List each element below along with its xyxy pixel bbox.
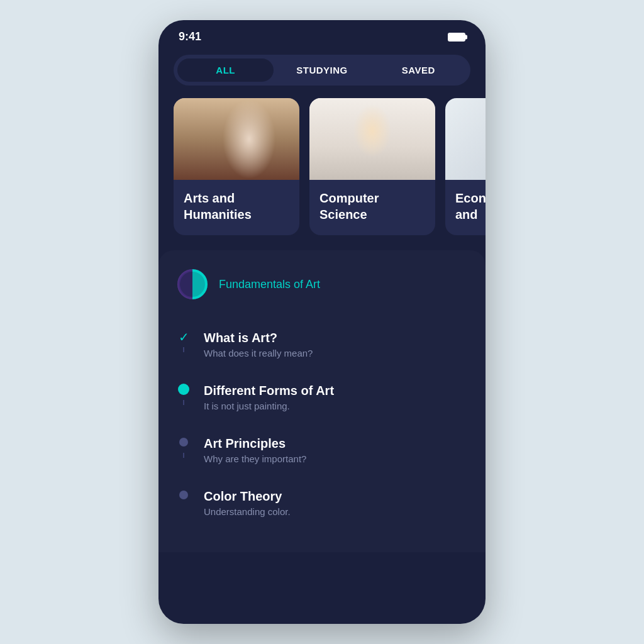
lesson-content-2: Different Forms of Art It is not just pa…: [204, 384, 468, 416]
course-title: Fundamentals of Art: [219, 278, 320, 291]
lesson-indicator-4: [176, 489, 191, 501]
lesson-dot-1: ✓: [178, 331, 189, 342]
lesson-indicator-2: [176, 384, 191, 395]
lesson-title-3: Art Principles: [204, 436, 468, 451]
course-header: Fundamentals of Art: [176, 268, 468, 301]
category-image-eco: [445, 98, 486, 180]
lesson-dot-3: [179, 438, 188, 447]
lesson-item-1[interactable]: ✓ What is Art? What does it really mean?: [176, 321, 468, 374]
lesson-indicator-1: ✓: [176, 331, 191, 342]
categories-row: Arts and Humanities Computer Science Eco…: [158, 98, 486, 250]
category-label-eco: Econ and: [445, 180, 486, 235]
category-card-arts[interactable]: Arts and Humanities: [174, 98, 299, 235]
tab-saved[interactable]: SAVED: [370, 58, 467, 82]
lesson-content-4: Color Theory Understanding color.: [204, 489, 468, 522]
lesson-list: ✓ What is Art? What does it really mean?…: [176, 321, 468, 532]
status-bar: 9:41: [158, 20, 486, 50]
lesson-dot-2: [178, 384, 189, 395]
tab-all[interactable]: ALL: [177, 58, 274, 82]
lesson-subtitle-1: What does it really mean?: [204, 348, 468, 358]
category-card-cs[interactable]: Computer Science: [309, 98, 435, 235]
lesson-item-2[interactable]: Different Forms of Art It is not just pa…: [176, 374, 468, 426]
category-image-arts: [174, 98, 299, 180]
lesson-title-1: What is Art?: [204, 331, 468, 345]
category-label-cs: Computer Science: [309, 180, 435, 235]
lesson-subtitle-2: It is not just painting.: [204, 401, 468, 411]
status-time: 9:41: [179, 30, 201, 43]
tab-navigation: ALL STUDYING SAVED: [174, 55, 470, 86]
lesson-subtitle-3: Why are they important?: [204, 453, 468, 464]
tab-studying[interactable]: STUDYING: [274, 58, 370, 82]
lesson-item-3[interactable]: Art Principles Why are they important?: [176, 426, 468, 479]
category-label-arts: Arts and Humanities: [174, 180, 299, 235]
lesson-dot-4: [179, 491, 188, 499]
lesson-subtitle-4: Understanding color.: [204, 506, 468, 517]
lesson-title-4: Color Theory: [204, 489, 468, 504]
lesson-indicator-3: [176, 436, 191, 448]
progress-circle: [176, 268, 209, 301]
lesson-title-2: Different Forms of Art: [204, 384, 468, 398]
phone-frame: 9:41 ALL STUDYING SAVED Arts and Humanit…: [158, 20, 486, 624]
course-section: Fundamentals of Art ✓ What is Art? What …: [158, 250, 486, 552]
lesson-content-3: Art Principles Why are they important?: [204, 436, 468, 469]
lesson-item-4[interactable]: Color Theory Understanding color.: [176, 479, 468, 532]
battery-icon: [448, 33, 465, 42]
category-image-cs: [309, 98, 435, 180]
lesson-content-1: What is Art? What does it really mean?: [204, 331, 468, 364]
category-card-eco[interactable]: Econ and: [445, 98, 486, 235]
